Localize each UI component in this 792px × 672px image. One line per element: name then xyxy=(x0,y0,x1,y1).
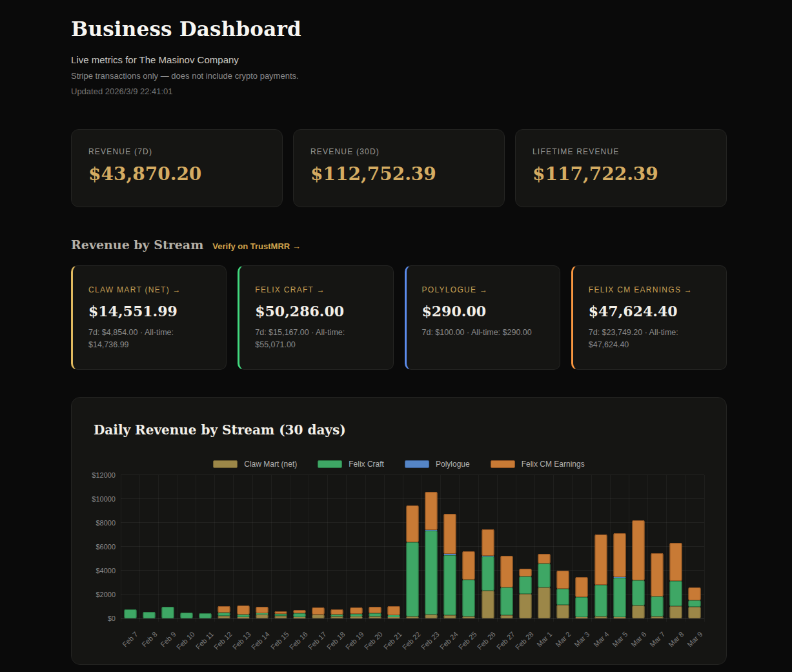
bar-segment xyxy=(294,613,306,617)
chart-legend: Claw Mart (net)Felix CraftPolylogueFelix… xyxy=(94,460,704,469)
bar-segment xyxy=(538,564,551,587)
v-gridline xyxy=(233,475,234,622)
metric-card-lifetime-revenue: LIFETIME REVENUE $117,722.39 xyxy=(515,129,727,207)
bar-feb-22[interactable] xyxy=(407,505,419,618)
bar-feb-8[interactable] xyxy=(143,612,155,618)
bar-segment xyxy=(463,580,475,616)
x-axis-tick-label: Mar 3 xyxy=(573,630,591,648)
bar-segment xyxy=(482,529,494,555)
v-gridline xyxy=(290,475,290,622)
bar-segment xyxy=(613,578,625,617)
x-axis-tick-label: Mar 4 xyxy=(592,630,610,648)
v-gridline xyxy=(610,475,611,622)
bar-feb-21[interactable] xyxy=(387,606,400,618)
bar-segment xyxy=(519,569,531,576)
verify-trustmrr-link[interactable]: Verify on TrustMRR → xyxy=(212,241,301,251)
plot-area xyxy=(121,475,704,618)
bar-feb-19[interactable] xyxy=(350,607,362,618)
bar-segment xyxy=(181,613,193,618)
bar-segment xyxy=(482,591,494,618)
bar-feb-10[interactable] xyxy=(181,613,193,618)
h-gridline xyxy=(121,474,704,475)
v-gridline xyxy=(629,475,629,622)
stream-card-link[interactable]: FELIX CM EARNINGS → xyxy=(589,285,693,294)
bar-segment xyxy=(594,585,607,616)
bar-segment xyxy=(218,613,230,616)
bar-feb-15[interactable] xyxy=(274,611,287,618)
bar-segment xyxy=(369,616,381,618)
stream-card-link[interactable]: CLAW MART (NET) → xyxy=(88,285,181,294)
bar-feb-7[interactable] xyxy=(124,609,136,618)
y-axis-tick-label: $6000 xyxy=(96,543,116,551)
bar-feb-9[interactable] xyxy=(161,607,174,618)
x-axis-tick-label: Feb 7 xyxy=(121,630,139,648)
bar-segment xyxy=(143,612,155,618)
x-axis-tick-label: Feb 13 xyxy=(231,630,252,651)
legend-item[interactable]: Felix Craft xyxy=(318,460,384,469)
bar-mar-8[interactable] xyxy=(670,543,682,618)
v-gridline xyxy=(497,475,498,622)
stream-card-link[interactable]: FELIX CRAFT → xyxy=(255,285,325,294)
bar-mar-6[interactable] xyxy=(632,520,644,618)
bar-segment xyxy=(444,555,456,615)
bar-feb-28[interactable] xyxy=(519,569,531,618)
bar-feb-14[interactable] xyxy=(256,607,268,618)
page-subtitle: Live metrics for The Masinov Company xyxy=(71,54,727,65)
x-axis-tick-label: Mar 9 xyxy=(686,630,704,648)
bar-feb-23[interactable] xyxy=(425,492,438,618)
bar-segment xyxy=(350,607,362,614)
legend-item[interactable]: Polylogue xyxy=(405,460,470,469)
bar-segment xyxy=(519,594,531,618)
bar-segment xyxy=(256,607,268,613)
bar-feb-13[interactable] xyxy=(237,606,249,618)
legend-swatch-icon xyxy=(213,460,238,468)
bar-mar-7[interactable] xyxy=(651,553,664,618)
bar-feb-26[interactable] xyxy=(482,529,494,618)
legend-swatch-icon xyxy=(405,460,429,468)
x-axis-tick-label: Feb 24 xyxy=(438,630,460,651)
bar-mar-1[interactable] xyxy=(538,554,551,618)
v-gridline xyxy=(516,475,516,622)
h-gridline xyxy=(121,498,704,499)
v-gridline xyxy=(685,475,685,622)
bar-segment xyxy=(651,596,664,617)
bar-feb-17[interactable] xyxy=(312,607,325,618)
legend-item[interactable]: Claw Mart (net) xyxy=(213,460,297,469)
stream-detail: 7d: $100.00 · All-time: $290.00 xyxy=(422,327,544,339)
bar-feb-11[interactable] xyxy=(199,613,212,618)
bar-segment xyxy=(670,606,682,618)
stream-value: $14,551.99 xyxy=(88,303,210,320)
bar-mar-3[interactable] xyxy=(576,577,588,618)
stream-card-felix-cm-earnings: FELIX CM EARNINGS → $47,624.40 7d: $23,7… xyxy=(571,265,727,370)
bar-feb-25[interactable] xyxy=(463,551,475,618)
bar-segment xyxy=(594,616,607,618)
bar-feb-24[interactable] xyxy=(444,514,456,618)
bar-mar-9[interactable] xyxy=(689,587,701,618)
bar-feb-27[interactable] xyxy=(500,556,513,618)
bar-segment xyxy=(294,617,306,618)
bar-feb-12[interactable] xyxy=(218,606,230,618)
v-gridline xyxy=(591,475,592,622)
stream-detail: 7d: $15,167.00 · All-time: $55,071.00 xyxy=(255,327,377,352)
metric-card-revenue-30d: REVENUE (30D) $112,752.39 xyxy=(293,129,505,207)
bar-mar-2[interactable] xyxy=(557,571,569,618)
metric-label: LIFETIME REVENUE xyxy=(533,147,709,156)
v-gridline xyxy=(534,475,535,622)
v-gridline xyxy=(572,475,573,622)
x-axis-tick-label: Mar 5 xyxy=(611,630,629,648)
v-gridline xyxy=(403,475,403,622)
stream-card-claw-mart: CLAW MART (NET) → $14,551.99 7d: $4,854.… xyxy=(71,265,227,370)
legend-item[interactable]: Felix CM Earnings xyxy=(491,460,585,469)
bar-mar-4[interactable] xyxy=(594,535,607,618)
stream-card-link[interactable]: POLYLOGUE → xyxy=(422,285,489,294)
bar-segment xyxy=(594,535,607,585)
legend-label: Felix CM Earnings xyxy=(522,460,585,469)
bar-mar-5[interactable] xyxy=(613,533,625,618)
metric-label: REVENUE (30D) xyxy=(310,147,487,156)
bar-segment xyxy=(500,587,513,615)
v-gridline xyxy=(271,475,272,622)
bar-feb-20[interactable] xyxy=(369,607,381,618)
bar-feb-18[interactable] xyxy=(331,609,343,618)
metric-value: $117,722.39 xyxy=(533,163,709,185)
bar-feb-16[interactable] xyxy=(294,610,306,618)
